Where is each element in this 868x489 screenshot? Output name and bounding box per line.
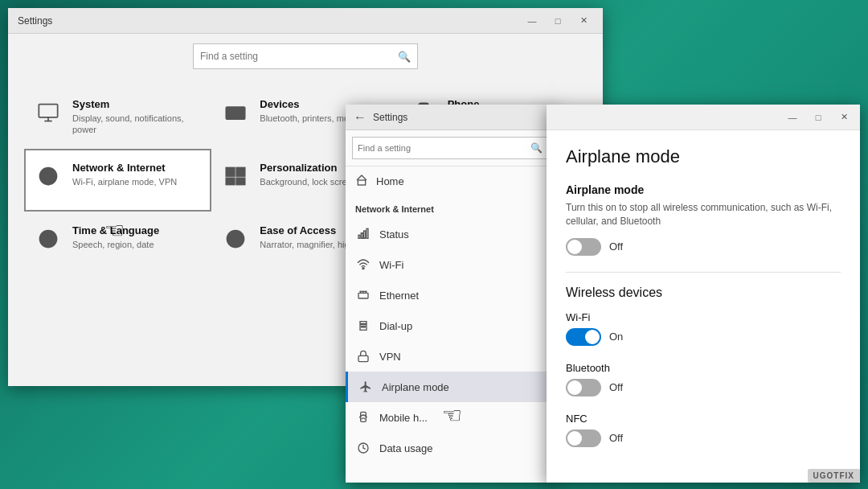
dialup-icon (355, 318, 371, 334)
wifi-toggle-thumb (585, 330, 600, 344)
airplane-toggle-thumb (567, 240, 582, 254)
airplane-maximize-button[interactable]: □ (805, 105, 831, 130)
bluetooth-toggle-thumb (567, 380, 582, 395)
time-text: Time & Language Speech, region, date (72, 224, 159, 250)
airplane-section-desc: Turn this on to stop all wireless commun… (566, 201, 841, 228)
nav-home-label: Home (376, 175, 404, 187)
airplane-minimize-button[interactable]: — (780, 105, 805, 130)
svg-rect-50 (358, 355, 368, 361)
airplane-close-button[interactable]: ✕ (831, 105, 857, 130)
wifi-toggle-row: On (566, 328, 841, 346)
network-section-label: Network & Internet (346, 196, 555, 219)
nfc-label: NFC (566, 413, 841, 425)
settings-item-system[interactable]: System Display, sound, notifications, po… (24, 85, 211, 149)
mobile-icon (355, 409, 371, 425)
system-label: System (72, 98, 202, 110)
back-button[interactable]: ← (354, 110, 366, 125)
bluetooth-toggle[interactable] (566, 379, 601, 397)
keyboard-icon (221, 98, 250, 127)
network-text: Network & Internet Wi-Fi, airplane mode,… (72, 162, 177, 187)
network-label: Network & Internet (72, 162, 177, 174)
network-search-input[interactable] (358, 143, 527, 153)
svg-rect-0 (39, 105, 57, 117)
bluetooth-toggle-label: Off (609, 381, 623, 393)
nav-item-airplane[interactable]: Airplane mode (346, 372, 555, 402)
time-desc: Speech, region, date (72, 239, 159, 250)
settings-item-time[interactable]: Time & Language Speech, region, date (24, 212, 211, 266)
nav-vpn-label: VPN (379, 351, 401, 363)
bluetooth-label: Bluetooth (566, 362, 841, 374)
settings-item-network[interactable]: Network & Internet Wi-Fi, airplane mode,… (24, 149, 211, 212)
bluetooth-toggle-row: Off (566, 379, 841, 397)
nav-mobile-label: Mobile h... (379, 412, 428, 424)
main-window-title: Settings (18, 15, 52, 27)
svg-point-49 (364, 327, 365, 327)
nav-ethernet-label: Ethernet (379, 290, 419, 302)
wifi-toggle[interactable] (566, 328, 601, 346)
nav-status-label: Status (379, 228, 409, 240)
svg-rect-37 (358, 235, 360, 238)
maximize-button[interactable]: □ (545, 8, 571, 34)
nav-item-datausage[interactable]: Data usage (346, 433, 555, 463)
clock-icon (34, 224, 63, 253)
svg-rect-39 (364, 231, 366, 238)
network-search-box[interactable]: 🔍 (352, 137, 548, 159)
main-search-input[interactable] (200, 51, 393, 62)
network-settings-panel: ← Settings 🔍 Home Network & Internet Sta… (346, 105, 555, 483)
nav-item-dialup[interactable]: Dial-up (346, 310, 555, 341)
network-desc: Wi-Fi, airplane mode, VPN (72, 176, 177, 187)
nav-datausage-label: Data usage (379, 442, 433, 454)
close-button[interactable]: ✕ (571, 8, 596, 34)
network-titlebar: ← Settings (346, 105, 555, 130)
svg-point-41 (362, 268, 364, 269)
system-text: System Display, sound, notifications, po… (72, 98, 202, 136)
svg-rect-22 (227, 178, 235, 184)
nav-dialup-label: Dial-up (379, 320, 412, 332)
svg-rect-51 (361, 412, 366, 421)
nav-item-home[interactable]: Home (346, 166, 555, 196)
svg-rect-20 (227, 167, 235, 176)
palette-icon (221, 162, 250, 191)
svg-rect-38 (361, 233, 362, 239)
main-search-box[interactable]: 🔍 (193, 43, 418, 69)
svg-rect-36 (358, 180, 365, 185)
main-titlebar: Settings — □ ✕ (8, 8, 603, 34)
nfc-toggle[interactable] (566, 429, 601, 447)
airplane-page-title: Airplane mode (566, 146, 841, 167)
svg-point-47 (361, 327, 362, 327)
wireless-devices-title: Wireless devices (566, 286, 841, 300)
minimize-button[interactable]: — (519, 8, 545, 34)
wifi-toggle-label: On (609, 331, 623, 343)
vpn-icon (355, 348, 371, 364)
home-icon (355, 174, 368, 189)
svg-point-29 (233, 236, 239, 242)
nfc-toggle-label: Off (609, 432, 623, 444)
airplane-titlebar: — □ ✕ (547, 105, 860, 130)
system-desc: Display, sound, notifications, power (72, 113, 202, 136)
network-panel-title: Settings (373, 112, 407, 123)
airplane-toggle-label: Off (609, 240, 623, 253)
main-window-controls: — □ ✕ (519, 8, 596, 34)
network-search-area: 🔍 (346, 130, 555, 166)
nav-item-mobile[interactable]: Mobile h... (346, 402, 555, 433)
search-icon: 🔍 (398, 51, 411, 63)
wifi-icon (355, 257, 371, 273)
data-icon (355, 440, 371, 456)
airplane-toggle[interactable] (566, 238, 601, 256)
nav-wifi-label: Wi-Fi (379, 259, 403, 271)
time-label: Time & Language (72, 224, 159, 236)
ease-icon (221, 224, 250, 253)
nav-airplane-label: Airplane mode (382, 381, 449, 393)
nav-item-wifi[interactable]: Wi-Fi (346, 249, 555, 280)
svg-rect-40 (366, 228, 368, 238)
airplane-section-header: Airplane mode (566, 183, 841, 196)
svg-rect-21 (236, 167, 245, 176)
nav-item-ethernet[interactable]: Ethernet (346, 280, 555, 310)
ethernet-icon (355, 287, 371, 303)
nav-item-status[interactable]: Status (346, 219, 555, 249)
watermark-label: UGOTFIX (808, 469, 860, 483)
nav-item-vpn[interactable]: VPN (346, 341, 555, 372)
svg-rect-42 (358, 293, 368, 298)
wifi-label: Wi-Fi (566, 311, 841, 323)
airplane-content: Airplane mode Airplane mode Turn this on… (547, 130, 860, 479)
